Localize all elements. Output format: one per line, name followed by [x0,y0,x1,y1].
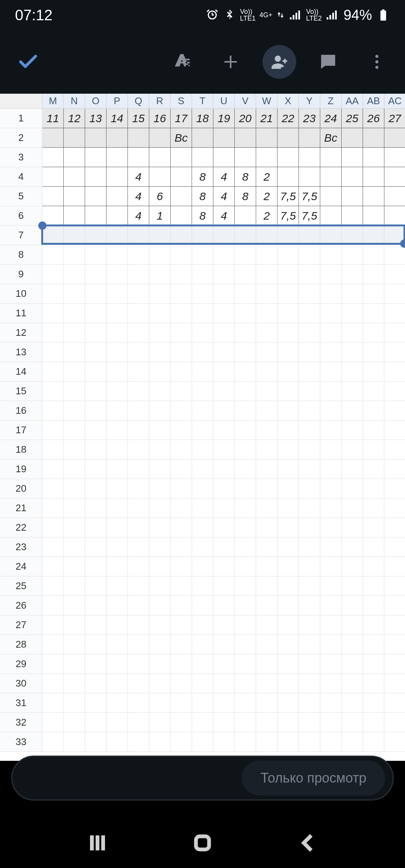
cell[interactable] [235,479,256,498]
cell[interactable] [299,148,320,167]
cell[interactable] [363,693,384,713]
cell[interactable] [342,596,363,615]
cell[interactable]: Вс [320,128,342,148]
cell[interactable]: 14 [106,109,128,128]
cell[interactable] [85,596,106,615]
cell[interactable] [363,226,384,245]
cell[interactable] [171,693,192,713]
cell[interactable] [171,323,192,343]
cell[interactable] [235,459,256,479]
cell[interactable]: 12 [64,109,85,128]
cell[interactable] [192,498,213,518]
cell[interactable]: 4 [213,206,235,226]
cell[interactable] [278,128,299,148]
cell[interactable] [64,713,85,732]
cell[interactable] [342,537,363,557]
cell[interactable] [320,596,342,615]
cell[interactable] [171,440,192,459]
cell[interactable] [85,148,106,167]
cell[interactable] [363,674,384,693]
cell[interactable] [342,362,363,382]
cell[interactable] [42,148,64,167]
cell[interactable]: 4 [128,187,149,206]
cell[interactable] [128,128,149,148]
cell[interactable] [384,576,405,596]
column-header[interactable]: AC [384,94,405,109]
cell[interactable] [149,265,171,284]
cell[interactable] [299,362,320,382]
cell[interactable] [320,206,342,226]
cell[interactable] [342,693,363,713]
cell[interactable] [192,382,213,401]
cell[interactable] [171,635,192,654]
back-button[interactable] [296,832,319,856]
cell[interactable] [128,362,149,382]
cell[interactable] [342,732,363,752]
row-header[interactable]: 6 [0,206,42,226]
row-header[interactable]: 9 [0,265,42,284]
cell[interactable] [384,245,405,265]
cell[interactable] [363,323,384,343]
cell[interactable] [192,323,213,343]
cell[interactable] [278,421,299,440]
cell[interactable] [235,576,256,596]
cell[interactable] [320,265,342,284]
cell[interactable]: 7,5 [299,187,320,206]
cell[interactable] [363,343,384,362]
cell[interactable] [171,265,192,284]
cell[interactable] [64,245,85,265]
cell[interactable] [256,284,278,304]
cell[interactable]: 4 [128,167,149,187]
cell[interactable] [342,382,363,401]
cell[interactable] [64,421,85,440]
cell[interactable]: 4 [213,167,235,187]
cell[interactable] [171,226,192,245]
cell[interactable] [299,518,320,537]
cell[interactable] [363,128,384,148]
cell[interactable] [192,226,213,245]
cell[interactable] [128,226,149,245]
cell[interactable] [106,187,128,206]
cell[interactable] [149,226,171,245]
cell[interactable] [342,304,363,323]
cell[interactable] [363,421,384,440]
cell[interactable] [278,635,299,654]
cell[interactable] [384,265,405,284]
row-header[interactable]: 5 [0,187,42,206]
cell[interactable] [213,732,235,752]
cell[interactable] [128,245,149,265]
cell[interactable] [171,713,192,732]
cell[interactable] [256,245,278,265]
cell[interactable] [213,654,235,674]
cell[interactable] [213,440,235,459]
cell[interactable] [171,206,192,226]
cell[interactable] [149,167,171,187]
cell[interactable] [64,265,85,284]
cell[interactable] [128,304,149,323]
column-header[interactable]: X [278,94,299,109]
cell[interactable] [128,498,149,518]
cell[interactable] [42,304,64,323]
cell[interactable]: 8 [192,187,213,206]
cell[interactable] [256,732,278,752]
cell[interactable] [342,323,363,343]
cell[interactable] [64,479,85,498]
more-button[interactable] [360,45,394,79]
cell[interactable] [192,654,213,674]
cell[interactable] [342,557,363,576]
cell[interactable] [342,343,363,362]
cell[interactable] [106,518,128,537]
cell[interactable] [384,537,405,557]
cell[interactable] [256,518,278,537]
cell[interactable] [149,518,171,537]
cell[interactable] [320,518,342,537]
cell[interactable] [235,635,256,654]
cell[interactable] [171,459,192,479]
cell[interactable] [64,459,85,479]
cell[interactable] [149,576,171,596]
row-header[interactable]: 26 [0,596,42,615]
cell[interactable] [149,284,171,304]
cell[interactable] [320,674,342,693]
cell[interactable] [320,382,342,401]
cell[interactable] [278,167,299,187]
